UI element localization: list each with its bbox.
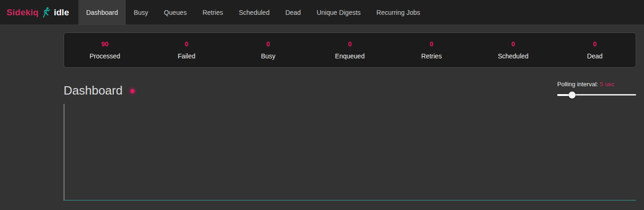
stat-retries-label: Retries [391,52,472,60]
stat-scheduled-value: 0 [472,40,554,48]
stat-failed-value: 0 [146,40,227,48]
polling-interval-text: Polling interval: [557,81,598,88]
polling-interval-label: Polling interval: 5 sec [557,81,636,88]
polling-interval-value: 5 sec [600,81,614,88]
stat-enqueued-label: Enqueued [309,52,391,60]
stat-processed-value: 90 [64,40,146,48]
page-header: Dashboard Polling interval: 5 sec [64,81,636,98]
stat-enqueued[interactable]: 0 Enqueued [309,40,391,60]
stat-dead-value: 0 [554,40,636,48]
sidekiq-logo-icon [42,7,50,18]
stat-dead[interactable]: 0 Dead [554,40,636,60]
nav-item-dead[interactable]: Dead [277,0,309,25]
stat-retries-value: 0 [391,40,472,48]
polling-slider-thumb[interactable] [569,91,576,98]
stat-processed[interactable]: 90 Processed [64,40,146,60]
page-title-wrap: Dashboard [64,84,135,97]
nav-item-scheduled[interactable]: Scheduled [231,0,277,25]
nav-item-dashboard[interactable]: Dashboard [78,0,126,25]
stat-dead-label: Dead [554,52,636,60]
nav-item-retries[interactable]: Retries [194,0,231,25]
stat-busy-label: Busy [227,52,309,60]
nav-item-busy[interactable]: Busy [126,0,156,25]
process-status: idle [54,7,69,18]
stat-processed-label: Processed [64,52,146,60]
polling-interval-slider[interactable] [557,91,636,98]
live-poll-beacon-icon [130,89,135,93]
brand[interactable]: Sidekiq idle [0,0,74,25]
main-nav: Dashboard Busy Queues Retries Scheduled … [78,0,428,25]
stat-scheduled-label: Scheduled [472,52,554,60]
stat-scheduled[interactable]: 0 Scheduled [472,40,554,60]
stat-failed-label: Failed [146,52,227,60]
brand-name[interactable]: Sidekiq [6,7,39,18]
stat-busy[interactable]: 0 Busy [227,40,309,60]
nav-item-queues[interactable]: Queues [156,0,194,25]
polling-controls: Polling interval: 5 sec [557,81,636,98]
realtime-graph [64,104,636,201]
page-title: Dashboard [64,84,122,97]
stat-failed[interactable]: 0 Failed [146,40,227,60]
stat-retries[interactable]: 0 Retries [391,40,472,60]
summary-bar: 90 Processed 0 Failed 0 Busy 0 Enqueued … [64,32,636,68]
nav-item-recurring-jobs[interactable]: Recurring Jobs [368,0,428,25]
stat-busy-value: 0 [227,40,309,48]
stat-enqueued-value: 0 [309,40,391,48]
main-content: 90 Processed 0 Failed 0 Busy 0 Enqueued … [64,32,636,201]
navbar: Sidekiq idle Dashboard Busy Queues Retri… [0,0,644,25]
nav-item-unique-digests[interactable]: Unique Digests [309,0,368,25]
